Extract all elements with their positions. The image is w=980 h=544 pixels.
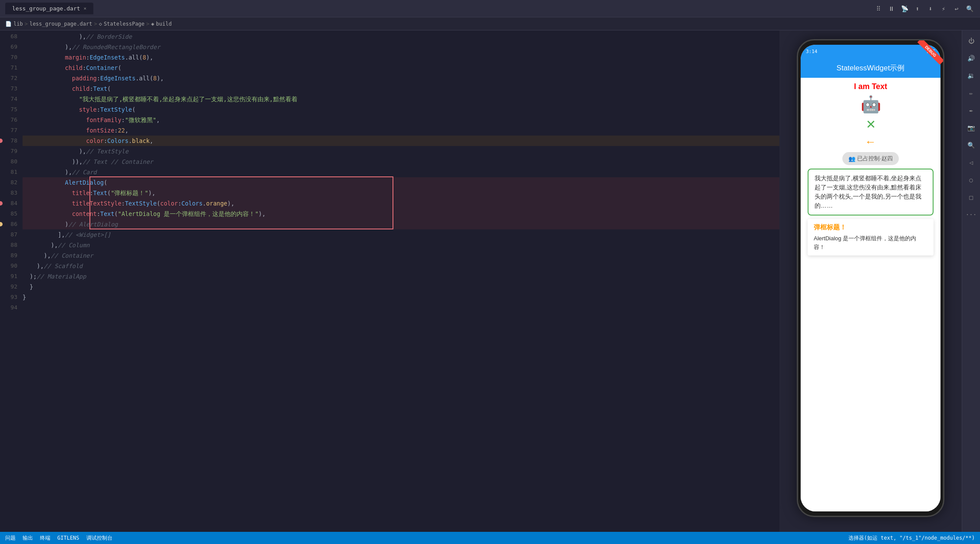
code-text-area[interactable]: ), // BorderSide ), // RoundedRectangleB… (23, 30, 779, 532)
code-line-90: ), // Scaffold (23, 261, 779, 271)
ln-79: 79 (0, 146, 17, 156)
phone-android-icon: 🤖 (861, 95, 881, 114)
vtool-circle[interactable]: ○ (964, 173, 978, 187)
code-line-87: ], // <Widget>[] (23, 229, 779, 240)
phone-green-card: 我大抵是病了,横竖都睡不着,坐起身来点起了一支烟,这悲伤没有由来,黯然看着床头的… (808, 169, 934, 216)
code-line-70: margin: EdgeInsets.all(8), (23, 52, 779, 63)
phone-time: 3:14 (806, 49, 818, 54)
toolbar-icon-up[interactable]: ⬆ (912, 3, 923, 14)
phone-dialog-title: 弹框标题！ (814, 223, 927, 232)
toolbar-icon-refresh[interactable]: ↩ (951, 3, 962, 14)
breadcrumb-sep-3: > (146, 21, 149, 27)
code-line-89: ), // Container (23, 250, 779, 261)
phone-content-area: I am Text 🤖 ✕ ← 👥 已占控制·赵四 我大抵是病了,横竖都睡不着,… (801, 78, 940, 511)
bottom-tab-debug-console[interactable]: 调试控制台 (86, 534, 112, 542)
bottom-status-text: 选择器(如运 text, "/ts_1"/node_modules/**) (848, 534, 975, 542)
ln-78: 78 (0, 136, 17, 146)
ln-81: 81 (0, 167, 17, 177)
vtool-camera[interactable]: 📷 (964, 121, 978, 135)
phone-flat-button[interactable]: 👥 已占控制·赵四 (842, 152, 899, 165)
breadcrumb-sep-1: > (25, 21, 28, 27)
vtool-more[interactable]: ··· (964, 208, 978, 222)
toolbar-icon-lightning[interactable]: ⚡ (938, 3, 949, 14)
breadcrumb-file-icon: 📄 (5, 21, 12, 27)
code-line-79: ), // TextStyle (23, 146, 779, 156)
file-tab[interactable]: less_group_page.dart × (5, 3, 93, 14)
phone-alert-dialog-card: 弹框标题！ AlertDialog 是一个弹框组件，这是他的内容！ (808, 219, 934, 255)
ln-90: 90 (0, 261, 17, 271)
vertical-toolbar: ⏻ 🔊 🔉 ✏ ✒ 📷 🔍 ◁ ○ □ ··· (962, 30, 980, 532)
ln-88: 88 (0, 240, 17, 250)
vtool-pencil2[interactable]: ✒ (964, 103, 978, 117)
ln-93: 93 (0, 292, 17, 302)
toolbar-icon-pause[interactable]: ⏸ (886, 3, 897, 14)
ln-73: 73 (0, 83, 17, 94)
code-line-92: } (23, 282, 779, 292)
toolbar-icon-network[interactable]: 📡 (899, 3, 910, 14)
vtool-zoom-in[interactable]: 🔍 (964, 138, 978, 152)
vtool-square[interactable]: □ (964, 190, 978, 204)
hint-86 (0, 222, 3, 226)
code-line-78: color: Colors.black, (23, 136, 779, 146)
vtool-pencil1[interactable]: ✏ (964, 86, 978, 100)
ln-89: 89 (0, 250, 17, 261)
toolbar-icon-search[interactable]: 🔍 (964, 3, 975, 14)
vtool-power[interactable]: ⏻ (964, 34, 978, 48)
ln-80: 80 (0, 156, 17, 167)
bottom-tab-terminal[interactable]: 终端 (40, 534, 50, 542)
code-line-93: } (23, 292, 779, 302)
bottom-bar: 问题 输出 终端 GITLENS 调试控制台 选择器(如运 text, "/ts… (0, 532, 980, 544)
breadcrumb-method-icon: ◈ (151, 21, 154, 27)
vtool-arrow[interactable]: ◁ (964, 156, 978, 169)
breadcrumb-class-icon: ◇ (99, 21, 102, 27)
code-line-72: padding: EdgeInsets.all(8), (23, 73, 779, 83)
breadcrumb-lib[interactable]: lib (13, 21, 23, 27)
bottom-tab-gitlens[interactable]: GITLENS (57, 535, 79, 541)
code-line-68: ), // BorderSide (23, 31, 779, 42)
code-line-84: titleTextStyle: TextStyle(color: Colors.… (23, 198, 779, 209)
phone-x-symbol: ✕ (866, 117, 876, 132)
phone-status-bar: 3:14 LTE (801, 45, 940, 58)
breadcrumb-build[interactable]: build (156, 21, 172, 27)
phone-preview-panel: DEBUG 3:14 LTE StatelessWidget示例 I am Te… (779, 30, 962, 532)
ln-91: 91 (0, 271, 17, 282)
code-line-77: fontSize: 22, (23, 125, 779, 136)
bottom-tab-output[interactable]: 输出 (23, 534, 33, 542)
tab-close-button[interactable]: × (84, 6, 87, 11)
breadcrumb-statelesspage[interactable]: StatelessPage (104, 21, 145, 27)
breadcrumb-sep-2: > (94, 21, 97, 27)
phone-green-card-text: 我大抵是病了,横竖都睡不着,坐起身来点起了一支烟,这悲伤没有由来,黯然看着床头的… (815, 175, 921, 209)
phone-button-label: 已占控制·赵四 (857, 155, 893, 163)
ln-69: 69 (0, 42, 17, 52)
code-line-74: "我大抵是病了,横竖都睡不着,坐起身来点起了一支烟,这悲伤没有由来,黯然看着 (23, 94, 779, 104)
code-lines-container: 68 69 70 71 72 73 74 75 76 77 78 79 80 8… (0, 30, 779, 532)
phone-red-text: I am Text (854, 82, 888, 91)
breakpoint-84 (0, 201, 3, 206)
code-line-88: ), // Column (23, 240, 779, 250)
code-line-76: fontFamily: "微软雅黑", (23, 115, 779, 125)
code-line-85: content: Text("AlertDialog 是一个弹框组件，这是他的内… (23, 209, 779, 219)
top-bar: less_group_page.dart × ⠿ ⏸ 📡 ⬆ ⬇ ⚡ ↩ 🔍 (0, 0, 980, 17)
code-line-69: ), // RoundedRectangleBorder (23, 42, 779, 52)
ln-68: 68 (0, 31, 17, 42)
ln-86: 86 (0, 219, 17, 229)
bottom-tab-problems[interactable]: 问题 (5, 534, 16, 542)
vtool-vol-down[interactable]: 🔉 (964, 69, 978, 83)
top-right-toolbar: ⠿ ⏸ 📡 ⬆ ⬇ ⚡ ↩ 🔍 (873, 3, 975, 14)
code-line-75: style: TextStyle( (23, 104, 779, 115)
breadcrumb-filename[interactable]: less_group_page.dart (30, 21, 92, 27)
ln-70: 70 (0, 52, 17, 63)
phone-mockup: DEBUG 3:14 LTE StatelessWidget示例 I am Te… (797, 39, 944, 517)
tab-filename: less_group_page.dart (12, 5, 80, 12)
ln-85: 85 (0, 209, 17, 219)
code-line-94 (23, 302, 779, 313)
code-editor[interactable]: 68 69 70 71 72 73 74 75 76 77 78 79 80 8… (0, 30, 779, 532)
phone-app-title: StatelessWidget示例 (837, 63, 905, 73)
phone-button-icon: 👥 (848, 156, 855, 162)
toolbar-icon-down[interactable]: ⬇ (925, 3, 936, 14)
breakpoint-78 (0, 139, 3, 143)
ln-71: 71 (0, 63, 17, 73)
ln-72: 72 (0, 73, 17, 83)
vtool-vol-up[interactable]: 🔊 (964, 51, 978, 65)
toolbar-icon-1[interactable]: ⠿ (873, 3, 884, 14)
